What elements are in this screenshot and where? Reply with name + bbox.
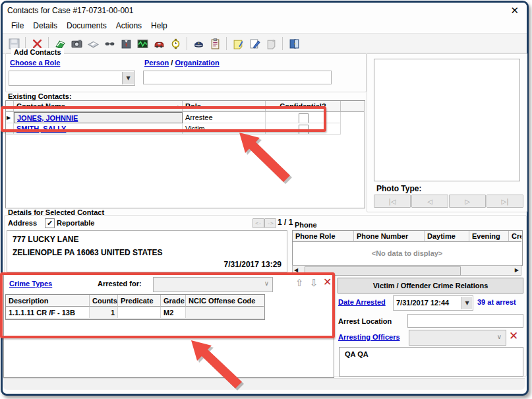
- photo-prev-button[interactable]: ◁: [411, 195, 448, 208]
- menu-documents[interactable]: Documents: [63, 20, 110, 32]
- arrest-location-input[interactable]: [407, 314, 523, 328]
- edit-icon[interactable]: [247, 36, 262, 51]
- crime-cell-counts[interactable]: 1: [90, 307, 118, 319]
- crime-column-counts[interactable]: Counts: [90, 295, 118, 307]
- chevron-down-icon[interactable]: ▼: [122, 72, 134, 84]
- column-header-confidential[interactable]: Confidential?: [266, 101, 341, 112]
- date-arrested-value: 7/31/2017 12:44: [396, 299, 449, 307]
- contact-name-cell[interactable]: SMITH, SALLY: [14, 123, 183, 135]
- delete-crime-icon[interactable]: ✕: [323, 276, 332, 288]
- phone-column-daytime[interactable]: Daytime: [425, 231, 469, 242]
- reportable-checkbox[interactable]: ✓: [45, 218, 55, 228]
- age-at-arrest-note: 39 at arrest: [477, 298, 516, 306]
- note-icon[interactable]: [231, 36, 245, 51]
- glasses-icon[interactable]: [102, 36, 117, 51]
- crime-cell-ncic[interactable]: [186, 307, 264, 319]
- arresting-officers-link[interactable]: Arresting Officers: [338, 333, 400, 341]
- photo-next-button[interactable]: ▷: [449, 195, 486, 208]
- suit-tie-icon[interactable]: [119, 36, 133, 51]
- selected-row-marker-icon: ▶: [6, 112, 14, 123]
- toolbar-separator: [282, 37, 283, 50]
- confidential-checkbox[interactable]: [299, 125, 309, 135]
- crime-cell-description[interactable]: 1.1.1.11 CR /F - 13B: [6, 307, 90, 319]
- chevron-down-icon[interactable]: ∨: [497, 333, 502, 340]
- contact-link-smith[interactable]: SMITH, SALLY: [16, 125, 66, 133]
- phone-column-evening[interactable]: Evening: [469, 231, 509, 242]
- crime-cell-predicate[interactable]: [118, 307, 161, 319]
- camera-icon[interactable]: [69, 36, 84, 51]
- crime-grid: Description Counts Predicate Grade NCIC …: [5, 294, 265, 320]
- column-header-contact-name[interactable]: Contact Name ▵: [14, 101, 183, 112]
- organization-link[interactable]: Organization: [175, 59, 219, 67]
- person-link[interactable]: Person: [144, 59, 169, 67]
- add-contacts-group: Add Contacts Choose a Role ▼ Person / Or…: [5, 53, 367, 92]
- crime-column-predicate[interactable]: Predicate: [118, 295, 161, 307]
- reportable-label: Reportable: [57, 219, 94, 227]
- person-org-separator: /: [171, 59, 173, 67]
- address-line-2: ZELIENOPLE PA 16063 UNITED STATES: [13, 248, 163, 257]
- arresting-officers-dropdown[interactable]: ∨: [409, 330, 506, 346]
- menu-details[interactable]: Details: [30, 20, 61, 32]
- victim-offender-relations-button[interactable]: Victim / Offender Crime Relations: [338, 278, 523, 293]
- scroll-right-icon[interactable]: ▶: [515, 267, 519, 273]
- address-pager: 1 / 1: [278, 218, 293, 227]
- police-hat-icon[interactable]: [191, 36, 206, 51]
- window-title: Contacts for Case #17-0731-00-001: [7, 6, 133, 15]
- crime-types-link[interactable]: Crime Types: [9, 280, 52, 288]
- waveform-monitor-icon[interactable]: [135, 36, 150, 51]
- crime-cell-grade[interactable]: M2: [161, 307, 186, 319]
- date-arrested-combobox[interactable]: 7/31/2017 12:44 ▼: [393, 295, 473, 311]
- watch-icon[interactable]: [168, 36, 183, 51]
- contact-link-jones[interactable]: JONES, JOHNNIE: [17, 114, 78, 122]
- role-cell[interactable]: Arrestee: [183, 112, 266, 123]
- toolbar-separator: [226, 37, 227, 50]
- toolbar: [3, 33, 527, 54]
- delete-officer-icon[interactable]: ✕: [509, 329, 518, 342]
- photo-last-button[interactable]: ▷|: [487, 195, 523, 208]
- menu-help[interactable]: Help: [148, 20, 171, 32]
- role-cell[interactable]: Victim: [183, 123, 266, 135]
- toolbar-separator: [187, 37, 187, 50]
- row-marker: [6, 123, 14, 135]
- address-next-button[interactable]: ->: [264, 218, 276, 228]
- sort-ascending-icon: ▵: [176, 103, 179, 109]
- vehicle-icon[interactable]: [152, 36, 166, 51]
- exit-door-icon[interactable]: [287, 36, 301, 51]
- existing-contacts-label: Existing Contacts:: [8, 92, 72, 100]
- crime-column-ncic[interactable]: NCIC Offense Code: [186, 295, 264, 307]
- address-prev-button[interactable]: <-: [252, 218, 264, 228]
- address-label: Address: [8, 219, 37, 227]
- phone-column-role[interactable]: Phone Role: [293, 231, 354, 242]
- arresting-officers-listbox: QA QA: [339, 347, 523, 377]
- photo-first-button[interactable]: |◁: [374, 195, 411, 208]
- clipboard-icon[interactable]: [208, 36, 222, 51]
- scroll-left-icon[interactable]: ◀: [294, 267, 298, 273]
- address-box: 777 LUCKY LANE ZELIENOPLE PA 16063 UNITE…: [7, 230, 287, 272]
- row-marker-header: [6, 101, 14, 112]
- contact-name-cell[interactable]: JONES, JOHNNIE: [14, 112, 183, 123]
- chevron-down-icon[interactable]: ▼: [461, 297, 472, 309]
- officer-list-item[interactable]: QA QA: [345, 350, 369, 358]
- arrested-for-dropdown[interactable]: ∨: [153, 277, 273, 292]
- role-combobox[interactable]: ▼: [9, 71, 135, 86]
- phone-column-number[interactable]: Phone Number: [354, 231, 425, 242]
- chevron-down-icon[interactable]: ∨: [264, 280, 269, 287]
- menu-file[interactable]: File: [8, 20, 27, 32]
- photo-frame: [374, 59, 520, 181]
- note-disabled-icon[interactable]: [264, 36, 278, 51]
- scanner-icon[interactable]: [86, 36, 100, 51]
- move-up-icon[interactable]: ⇧: [295, 277, 304, 289]
- crime-column-description[interactable]: Description: [6, 295, 90, 307]
- column-header-role[interactable]: Role: [183, 101, 266, 112]
- move-down-icon[interactable]: ⇩: [310, 277, 318, 289]
- add-contacts-label: Add Contacts: [11, 48, 64, 56]
- menu-actions[interactable]: Actions: [113, 20, 145, 32]
- crime-column-grade[interactable]: Grade: [161, 295, 186, 307]
- date-arrested-link[interactable]: Date Arrested: [338, 298, 386, 306]
- confidential-checkbox[interactable]: [299, 113, 309, 123]
- contact-name-input[interactable]: [143, 71, 332, 84]
- arrest-location-label: Arrest Location: [338, 317, 392, 325]
- choose-a-role-link[interactable]: Choose a Role: [10, 59, 60, 67]
- phone-column-cre[interactable]: Cre: [509, 231, 521, 242]
- close-icon[interactable]: ✕: [510, 5, 519, 16]
